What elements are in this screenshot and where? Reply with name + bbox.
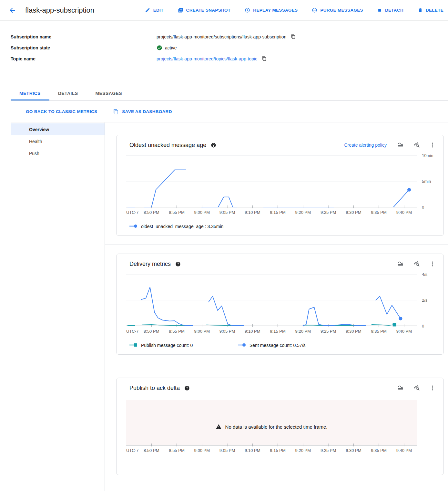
- explore-data-icon[interactable]: [413, 384, 420, 392]
- svg-text:9:10 PM: 9:10 PM: [245, 210, 260, 215]
- svg-text:8:50 PM: 8:50 PM: [144, 448, 159, 453]
- publish-to-ack-chart: 8:50 PM8:55 PM9:00 PM9:05 PM9:10 PM9:15 …: [124, 400, 436, 461]
- legend-marker: [238, 343, 246, 348]
- svg-text:0: 0: [422, 205, 424, 210]
- threshold-icon[interactable]: [397, 141, 404, 149]
- more-vert-icon[interactable]: [429, 385, 436, 391]
- svg-text:9:30 PM: 9:30 PM: [346, 329, 361, 334]
- svg-text:9:40 PM: 9:40 PM: [396, 448, 412, 453]
- save-as-dashboard-button[interactable]: SAVE AS DASHBOARD: [113, 109, 172, 114]
- row-label: Subscription name: [11, 34, 157, 39]
- chart-title: Delivery metrics: [129, 261, 171, 267]
- svg-text:9:05 PM: 9:05 PM: [219, 210, 235, 215]
- svg-text:9:20 PM: 9:20 PM: [295, 210, 311, 215]
- svg-text:9:30 PM: 9:30 PM: [346, 448, 361, 453]
- metrics-subtoolbar: GO BACK TO CLASSIC METRICS SAVE AS DASHB…: [0, 101, 448, 122]
- more-vert-icon[interactable]: [429, 142, 436, 148]
- help-icon[interactable]: [175, 261, 181, 267]
- svg-text:4/s: 4/s: [422, 272, 428, 277]
- tab-bar: METRICS DETAILS MESSAGES: [11, 87, 448, 101]
- svg-text:9:25 PM: 9:25 PM: [321, 329, 336, 334]
- chart-title: Publish to ack delta: [129, 385, 180, 392]
- svg-text:9:15 PM: 9:15 PM: [270, 329, 285, 334]
- row-label: Topic name: [11, 56, 157, 61]
- svg-text:8:50 PM: 8:50 PM: [144, 210, 159, 215]
- more-vert-icon[interactable]: [429, 261, 436, 267]
- legend-label: oldest_unacked_message_age : 3.35min: [141, 224, 223, 229]
- sidebar-item-push[interactable]: Push: [11, 147, 105, 159]
- metrics-sidebar: Overview Health Push: [11, 122, 105, 491]
- go-back-classic-metrics-link[interactable]: GO BACK TO CLASSIC METRICS: [26, 109, 97, 114]
- svg-text:9:30 PM: 9:30 PM: [346, 210, 361, 215]
- svg-text:UTC-7: UTC-7: [126, 329, 138, 334]
- svg-text:9:10 PM: 9:10 PM: [245, 448, 260, 453]
- copy-icon[interactable]: [291, 34, 296, 39]
- tab-messages[interactable]: MESSAGES: [87, 87, 131, 100]
- sidebar-item-overview[interactable]: Overview: [11, 123, 105, 135]
- dashboard-copy-icon: [113, 109, 119, 114]
- delete-button[interactable]: DELETE: [418, 8, 443, 13]
- no-data-message: No data is available for the selected ti…: [225, 424, 328, 430]
- chart-card-delivery-metrics: Delivery metrics: [116, 254, 444, 355]
- status-badge: active: [165, 45, 177, 50]
- row-label: Subscription state: [11, 45, 157, 50]
- svg-text:9:40 PM: 9:40 PM: [396, 210, 412, 215]
- svg-text:2/s: 2/s: [422, 298, 428, 303]
- tab-metrics[interactable]: METRICS: [11, 87, 49, 100]
- subscription-name-value: projects/flask-app-monitored/subscriptio…: [157, 34, 286, 39]
- charts-panel: Oldest unacked message age Create alerti…: [105, 122, 448, 491]
- detach-icon: [377, 8, 382, 13]
- purge-messages-button[interactable]: PURGE MESSAGES: [312, 7, 363, 13]
- svg-text:UTC-7: UTC-7: [126, 210, 138, 215]
- svg-text:9:00 PM: 9:00 PM: [194, 448, 210, 453]
- trash-icon: [418, 8, 423, 13]
- topic-link[interactable]: projects/flask-app-monitored/topics/flas…: [157, 56, 257, 61]
- edit-icon: [145, 7, 150, 13]
- svg-text:9:00 PM: 9:00 PM: [194, 329, 210, 334]
- detach-button[interactable]: DETACH: [377, 8, 403, 13]
- warning-icon: [216, 424, 222, 430]
- sidebar-item-health[interactable]: Health: [11, 135, 105, 147]
- svg-text:9:00 PM: 9:00 PM: [194, 210, 210, 215]
- svg-text:8:55 PM: 8:55 PM: [169, 210, 184, 215]
- svg-text:9:25 PM: 9:25 PM: [321, 210, 336, 215]
- create-alerting-policy-link[interactable]: Create alerting policy: [344, 142, 387, 148]
- create-snapshot-icon: [178, 7, 183, 13]
- legend-label: Sent message count: 0.57/s: [249, 343, 306, 348]
- svg-text:9:35 PM: 9:35 PM: [371, 329, 386, 334]
- explore-data-icon[interactable]: [413, 141, 420, 149]
- copy-icon[interactable]: [262, 56, 267, 61]
- metrics-content: Overview Health Push Oldest unacked mess…: [11, 122, 448, 491]
- legend-marker: [129, 343, 138, 348]
- threshold-icon[interactable]: [397, 260, 404, 267]
- toolbar-actions: EDIT CREATE SNAPSHOT REPLAY MESSAGES PUR…: [145, 7, 443, 13]
- tab-details[interactable]: DETAILS: [49, 87, 87, 100]
- explore-data-icon[interactable]: [413, 260, 420, 267]
- table-row: Subscription name projects/flask-app-mon…: [11, 31, 330, 42]
- svg-text:10min: 10min: [422, 153, 433, 158]
- svg-text:9:15 PM: 9:15 PM: [270, 210, 285, 215]
- page-header: flask-app-subscription EDIT CREATE SNAPS…: [0, 0, 448, 21]
- help-icon[interactable]: [211, 142, 216, 148]
- edit-button[interactable]: EDIT: [145, 7, 164, 13]
- svg-text:9:20 PM: 9:20 PM: [295, 448, 311, 453]
- svg-text:9:05 PM: 9:05 PM: [219, 329, 235, 334]
- svg-text:UTC-7: UTC-7: [126, 448, 138, 453]
- threshold-icon[interactable]: [397, 384, 404, 392]
- active-check-icon: [157, 45, 162, 51]
- chart-card-oldest-unacked: Oldest unacked message age Create alerti…: [116, 135, 444, 236]
- create-snapshot-button[interactable]: CREATE SNAPSHOT: [178, 7, 231, 13]
- delivery-metrics-chart: 8:50 PM8:55 PM9:00 PM9:05 PM9:10 PM9:15 …: [124, 270, 436, 341]
- help-icon[interactable]: [184, 385, 190, 391]
- svg-text:9:05 PM: 9:05 PM: [219, 448, 235, 453]
- chart-title: Oldest unacked message age: [129, 142, 206, 149]
- back-arrow-icon[interactable]: [8, 6, 17, 15]
- svg-text:9:40 PM: 9:40 PM: [396, 329, 412, 334]
- svg-text:9:35 PM: 9:35 PM: [371, 210, 386, 215]
- svg-text:9:25 PM: 9:25 PM: [321, 448, 336, 453]
- purge-icon: [312, 7, 317, 13]
- svg-text:5min: 5min: [422, 179, 431, 184]
- svg-text:9:15 PM: 9:15 PM: [270, 448, 285, 453]
- legend-marker: [129, 224, 138, 229]
- replay-messages-button[interactable]: REPLAY MESSAGES: [245, 7, 298, 13]
